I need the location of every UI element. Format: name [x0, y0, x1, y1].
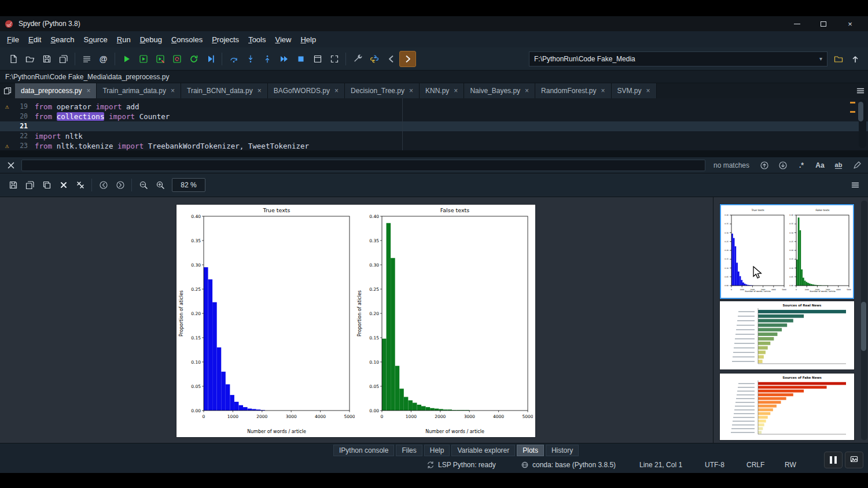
editor-scrollbar-thumb[interactable] — [858, 102, 863, 121]
plots-options-button[interactable] — [847, 177, 863, 193]
outline-button[interactable] — [78, 51, 95, 67]
menu-view[interactable]: View — [270, 33, 296, 46]
copy-plot-button[interactable] — [38, 177, 55, 193]
menu-projects[interactable]: Projects — [207, 33, 244, 46]
save-button[interactable] — [38, 51, 55, 67]
pane-splitter[interactable] — [0, 150, 868, 157]
zoom-out-button[interactable] — [135, 177, 152, 193]
editor-scrollbar[interactable] — [859, 99, 866, 148]
tab-RandomForest.py[interactable]: RandomForest.py× — [535, 83, 611, 98]
minimize-button[interactable] — [784, 16, 810, 31]
menu-help[interactable]: Help — [296, 33, 321, 46]
tab-Train_BCNN_data.py[interactable]: Train_BCNN_data.py× — [181, 83, 268, 98]
menu-search[interactable]: Search — [46, 33, 79, 46]
continue-button[interactable] — [275, 51, 292, 67]
find-next-button[interactable] — [776, 159, 790, 172]
step-return-button[interactable] — [259, 51, 275, 67]
whole-word-button[interactable]: ab — [832, 159, 845, 172]
tab-close-icon[interactable]: × — [525, 87, 529, 95]
run-selection-button[interactable] — [185, 51, 202, 67]
tab-Train_arima_data.py[interactable]: Train_arima_data.py× — [97, 83, 181, 98]
close-button[interactable]: × — [837, 16, 863, 31]
find-symbols-button[interactable]: @ — [95, 51, 112, 67]
code-line-21[interactable]: 21 — [0, 121, 868, 131]
zoom-in-button[interactable] — [152, 177, 168, 193]
open-file-button[interactable] — [21, 51, 38, 67]
code-line-20[interactable]: 20from collections import Counter — [0, 112, 868, 121]
menu-consoles[interactable]: Consoles — [167, 33, 207, 46]
debug-button[interactable] — [202, 51, 219, 67]
menu-source[interactable]: Source — [79, 33, 112, 46]
tab-close-icon[interactable]: × — [334, 87, 339, 95]
tab-data_preprocess.py[interactable]: data_preprocess.py× — [15, 83, 97, 98]
browse-dir-button[interactable] — [830, 51, 847, 67]
up-dir-button[interactable] — [847, 51, 863, 67]
tab-close-icon[interactable]: × — [409, 87, 413, 95]
prev-plot-button[interactable] — [95, 177, 112, 193]
run-cell-button[interactable] — [135, 51, 152, 67]
editor-options-button[interactable] — [853, 83, 868, 98]
pane-tab-variable-explorer[interactable]: Variable explorer — [451, 445, 515, 456]
code-editor[interactable]: ⚠19from operator import add20from collec… — [0, 98, 868, 150]
working-directory-combobox[interactable]: F:\PythonRun\Code Fake_Media ▾ — [529, 51, 827, 66]
maximize-pane-button[interactable] — [309, 51, 326, 67]
tab-close-icon[interactable]: × — [454, 87, 458, 95]
highlight-button[interactable] — [850, 159, 864, 172]
tab-Decision_Tree.py[interactable]: Decision_Tree.py× — [345, 83, 420, 98]
find-input[interactable] — [21, 160, 705, 171]
thumbnails-scrollbar-thumb[interactable] — [861, 302, 866, 351]
find-prev-button[interactable] — [757, 159, 771, 172]
maximize-button[interactable] — [810, 16, 837, 31]
menu-debug[interactable]: Debug — [135, 33, 167, 46]
save-all-button[interactable] — [55, 51, 72, 67]
menu-tools[interactable]: Tools — [244, 33, 270, 46]
tab-KNN.py[interactable]: KNN.py× — [420, 83, 464, 98]
save-all-plots-button[interactable] — [21, 177, 38, 193]
chevron-down-icon[interactable]: ▾ — [819, 56, 822, 62]
tab-Naive_Bayes.py[interactable]: Naive_Bayes.py× — [464, 83, 535, 98]
pane-tab-files[interactable]: Files — [396, 445, 422, 456]
find-close-button[interactable] — [4, 159, 18, 172]
step-into-button[interactable] — [242, 51, 259, 67]
remove-all-plots-button[interactable] — [72, 177, 89, 193]
pane-tab-plots[interactable]: Plots — [517, 445, 544, 456]
fullscreen-button[interactable] — [326, 51, 343, 67]
tab-SVM.py[interactable]: SVM.py× — [612, 83, 657, 98]
tab-close-icon[interactable]: × — [258, 87, 262, 95]
thumbnail-word-count-histograms[interactable]: 0.000.050.100.150.200.250.300.350.400100… — [720, 204, 854, 299]
preferences-button[interactable] — [349, 51, 366, 67]
overlay-screenshot-button[interactable] — [845, 452, 863, 468]
run-cell-advance-button[interactable] — [152, 51, 168, 67]
stop-button[interactable] — [292, 51, 309, 67]
save-plot-button[interactable] — [5, 177, 21, 193]
tab-close-icon[interactable]: × — [171, 87, 175, 95]
run-button[interactable] — [118, 51, 135, 67]
pythonpath-button[interactable] — [366, 51, 382, 67]
thumbnail-fake-news-sources[interactable]: Sources of Fake News — [720, 374, 854, 440]
tab-close-icon[interactable]: × — [646, 87, 650, 95]
menu-edit[interactable]: Edit — [24, 33, 46, 46]
match-case-button[interactable]: Aa — [813, 159, 827, 172]
pane-tab-history[interactable]: History — [546, 445, 579, 456]
pane-tab-help[interactable]: Help — [424, 445, 450, 456]
tab-close-icon[interactable]: × — [86, 87, 90, 95]
back-button[interactable] — [382, 51, 399, 67]
new-file-button[interactable] — [5, 51, 21, 67]
forward-button[interactable] — [399, 51, 416, 67]
tab-close-icon[interactable]: × — [601, 87, 605, 95]
regex-button[interactable]: .* — [795, 159, 808, 172]
step-over-button[interactable] — [225, 51, 242, 67]
menu-file[interactable]: File — [2, 33, 24, 46]
overlay-pause-button[interactable] — [824, 452, 843, 468]
code-line-22[interactable]: 22import nltk — [0, 131, 868, 141]
thumbnails-scrollbar[interactable] — [861, 201, 867, 440]
rerun-cell-button[interactable] — [168, 51, 185, 67]
tab-BAGofWORDS.py[interactable]: BAGofWORDS.py× — [268, 83, 345, 98]
menu-run[interactable]: Run — [112, 33, 135, 46]
remove-plot-button[interactable] — [55, 177, 72, 193]
code-line-19[interactable]: ⚠19from operator import add — [0, 102, 868, 112]
next-plot-button[interactable] — [112, 177, 128, 193]
browse-tabs-button[interactable] — [0, 83, 15, 98]
thumbnail-real-news-sources[interactable]: Sources of Real News — [720, 301, 854, 369]
pane-tab-ipython-console[interactable]: IPython console — [333, 445, 394, 456]
